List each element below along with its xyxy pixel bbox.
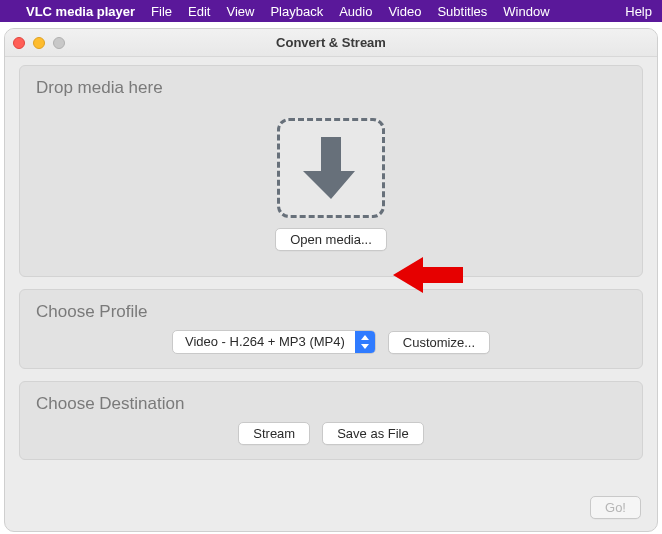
- convert-stream-window: Convert & Stream Drop media here Open me…: [4, 28, 658, 532]
- menu-audio[interactable]: Audio: [339, 4, 372, 19]
- choose-destination-panel: Choose Destination Stream Save as File: [19, 381, 643, 460]
- zoom-window-button[interactable]: [53, 37, 65, 49]
- choose-profile-title: Choose Profile: [36, 302, 626, 322]
- drop-media-title: Drop media here: [36, 78, 626, 98]
- menu-edit[interactable]: Edit: [188, 4, 210, 19]
- menu-file[interactable]: File: [151, 4, 172, 19]
- minimize-window-button[interactable]: [33, 37, 45, 49]
- profile-select-stepper-icon: [355, 331, 375, 353]
- choose-profile-panel: Choose Profile Video - H.264 + MP3 (MP4)…: [19, 289, 643, 369]
- drop-target-icon: [277, 118, 385, 218]
- drop-media-panel: Drop media here Open media...: [19, 65, 643, 277]
- menu-playback[interactable]: Playback: [270, 4, 323, 19]
- stream-button[interactable]: Stream: [238, 422, 310, 445]
- choose-destination-title: Choose Destination: [36, 394, 626, 414]
- app-menu[interactable]: VLC media player: [26, 4, 135, 19]
- close-window-button[interactable]: [13, 37, 25, 49]
- menu-subtitles[interactable]: Subtitles: [437, 4, 487, 19]
- go-button[interactable]: Go!: [590, 496, 641, 519]
- save-as-file-button[interactable]: Save as File: [322, 422, 424, 445]
- window-title: Convert & Stream: [276, 35, 386, 50]
- arrow-down-icon: [303, 133, 359, 203]
- window-controls: [13, 37, 65, 49]
- customize-profile-button[interactable]: Customize...: [388, 331, 490, 354]
- open-media-button[interactable]: Open media...: [275, 228, 387, 251]
- menu-window[interactable]: Window: [503, 4, 549, 19]
- profile-select[interactable]: Video - H.264 + MP3 (MP4): [172, 330, 376, 354]
- drop-media-area[interactable]: Open media...: [36, 106, 626, 262]
- profile-select-value: Video - H.264 + MP3 (MP4): [173, 331, 355, 353]
- menu-view[interactable]: View: [226, 4, 254, 19]
- menu-video[interactable]: Video: [388, 4, 421, 19]
- menu-help[interactable]: Help: [625, 4, 652, 19]
- menubar: VLC media player File Edit View Playback…: [0, 0, 662, 22]
- titlebar: Convert & Stream: [5, 29, 657, 57]
